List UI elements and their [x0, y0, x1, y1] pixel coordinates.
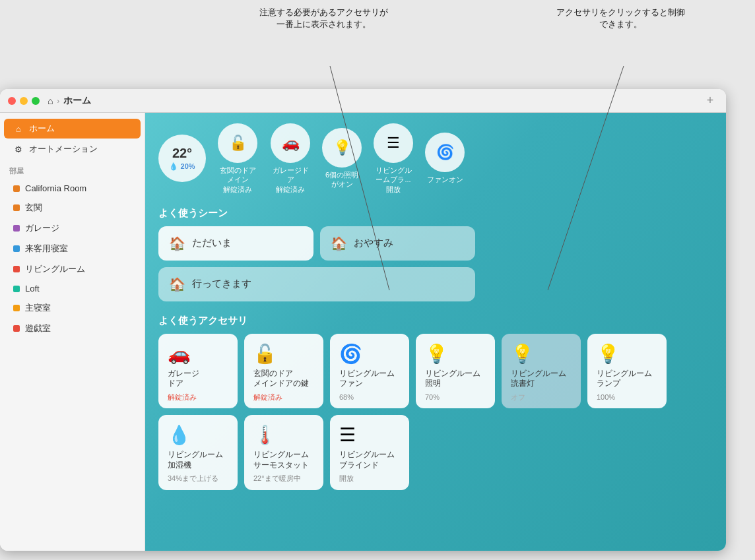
page-title: ホーム	[63, 95, 91, 107]
scene-card[interactable]: 🏠 ただいま	[158, 226, 313, 261]
sidebar-item-room[interactable]: リビングルーム	[4, 259, 141, 279]
close-button[interactable]	[8, 97, 16, 105]
sidebar-item-room[interactable]: 遊戯室	[4, 319, 141, 338]
accessory-card[interactable]: 💡 リビングルーム読書灯 オフ	[502, 334, 581, 408]
sidebar-item-room[interactable]: ガレージ	[4, 218, 141, 238]
status-accessory-item[interactable]: 🌀 ファンオン	[425, 133, 465, 184]
room-name: ガレージ	[25, 222, 59, 234]
room-name: 玄関	[25, 202, 42, 214]
scene-card[interactable]: 🏠 行ってきます	[158, 267, 475, 301]
status-accessory-label: ファンオン	[427, 175, 463, 184]
accessory-icon: 💡	[597, 343, 657, 365]
accessory-card[interactable]: 💧 リビングルーム加湿機 34%まで上げる	[158, 415, 238, 489]
accessory-card[interactable]: 🚗 ガレージドア 解錠済み	[158, 334, 238, 408]
callout-right: アクセサリをクリックすると制御できます。	[554, 7, 686, 30]
accessory-icon: 💡	[511, 343, 572, 365]
sidebar-item-room[interactable]: California Room	[4, 179, 141, 197]
accessory-name: リビングルームサーモスタット	[253, 450, 314, 470]
accessory-name: リビングルーム読書灯	[511, 369, 572, 389]
accessory-status: 100%	[597, 393, 657, 402]
sidebar-automation-label: オートメーション	[29, 143, 98, 155]
accessory-status: 68%	[339, 393, 400, 402]
status-accessory-item[interactable]: 💡 6個の照明がオン	[322, 128, 362, 189]
room-color-indicator	[13, 325, 20, 332]
add-button[interactable]: +	[702, 93, 718, 109]
accessory-name: リビングルーム加湿機	[168, 450, 228, 470]
accessory-status: 解錠済み	[168, 393, 228, 402]
accessory-card[interactable]: 💡 リビングルーム照明 70%	[416, 334, 495, 408]
accessory-icon: 💧	[168, 424, 228, 446]
scenes-section-header: よく使うシーン	[158, 207, 713, 220]
room-name: 主寝室	[25, 302, 51, 314]
sidebar-item-home[interactable]: ⌂ ホーム	[4, 119, 141, 139]
accessory-card[interactable]: 💡 リビングルームランプ 100%	[587, 334, 667, 408]
accessories-grid: 🚗 ガレージドア 解錠済み 🔓 玄関のドアメインドアの鍵 解錠済み 🌀 リビング…	[158, 334, 713, 490]
room-name: Loft	[25, 284, 40, 294]
room-name: California Room	[25, 183, 86, 193]
main-content: 22° 💧 20% 🔓 玄関のドアメイン解錠済み 🚗 ガレージドア解錠済み 💡 …	[145, 113, 726, 551]
sidebar-item-room[interactable]: 玄関	[4, 198, 141, 218]
scene-label: ただいま	[192, 237, 232, 249]
accessory-icon: 🌀	[339, 343, 400, 365]
home-nav-icon: ⌂	[13, 123, 24, 134]
status-accessory-item[interactable]: ☰ リビングルームブラ...開放	[372, 123, 414, 194]
accessory-card[interactable]: ☰ リビングルームブラインド 開放	[330, 415, 409, 489]
minimize-button[interactable]	[20, 97, 28, 105]
accessory-card[interactable]: 🔓 玄関のドアメインドアの鍵 解錠済み	[244, 334, 323, 408]
room-color-indicator	[13, 266, 20, 272]
temperature-display: 22°	[172, 146, 192, 161]
titlebar-content: ⌂ › ホーム	[48, 95, 91, 107]
status-accessories-row: 🔓 玄関のドアメイン解錠済み 🚗 ガレージドア解錠済み 💡 6個の照明がオン ☰…	[216, 123, 465, 194]
automation-icon: ⚙	[13, 144, 24, 154]
scene-icon: 🏠	[331, 235, 347, 251]
status-accessory-label: ガレージドア解錠済み	[269, 166, 312, 194]
scene-icon: 🏠	[169, 235, 185, 251]
accessory-name: リビングルームランプ	[597, 369, 657, 389]
room-color-indicator	[13, 286, 20, 292]
scene-label: 行ってきます	[192, 278, 251, 290]
accessories-section-header: よく使うアクセサリ	[158, 315, 713, 327]
status-accessory-item[interactable]: 🚗 ガレージドア解錠済み	[269, 123, 312, 194]
room-color-indicator	[13, 204, 20, 211]
main-window: ⌂ › ホーム + ⌂ ホーム ⚙ オートメーション 部屋 California…	[0, 89, 726, 551]
accessory-status: 34%まで上げる	[168, 474, 228, 483]
room-name: 遊戯室	[25, 323, 51, 334]
sidebar: ⌂ ホーム ⚙ オートメーション 部屋 California Room 玄関 ガ…	[0, 113, 145, 551]
home-icon: ⌂	[48, 96, 53, 106]
window-body: ⌂ ホーム ⚙ オートメーション 部屋 California Room 玄関 ガ…	[0, 113, 726, 551]
breadcrumb-chevron-icon: ›	[57, 97, 59, 105]
room-color-indicator	[13, 185, 20, 192]
sidebar-item-room[interactable]: Loft	[4, 280, 141, 297]
accessory-card[interactable]: 🌀 リビングルームファン 68%	[330, 334, 409, 408]
accessory-name: ガレージドア	[168, 369, 228, 389]
scene-card[interactable]: 🏠 おやすみ	[320, 226, 475, 261]
accessory-status: 開放	[339, 474, 400, 483]
accessory-icon: 💡	[425, 343, 486, 365]
traffic-lights	[8, 97, 40, 105]
sidebar-item-room[interactable]: 来客用寝室	[4, 239, 141, 259]
accessory-name: 玄関のドアメインドアの鍵	[253, 369, 314, 389]
maximize-button[interactable]	[32, 97, 40, 105]
status-accessory-item[interactable]: 🔓 玄関のドアメイン解錠済み	[216, 123, 259, 194]
status-accessory-icon: 💡	[322, 128, 362, 168]
sidebar-item-room[interactable]: 主寝室	[4, 298, 141, 318]
sidebar-home-label: ホーム	[29, 123, 55, 135]
room-color-indicator	[13, 305, 20, 311]
humidity-display: 💧 20%	[169, 162, 195, 171]
accessory-card[interactable]: 🌡️ リビングルームサーモスタット 22°まで暖房中	[244, 415, 323, 489]
room-color-indicator	[13, 245, 20, 252]
accessory-name: リビングルームブラインド	[339, 450, 400, 470]
status-accessory-label: 6個の照明がオン	[325, 170, 358, 189]
status-bar: 22° 💧 20% 🔓 玄関のドアメイン解錠済み 🚗 ガレージドア解錠済み 💡 …	[158, 123, 713, 194]
room-list: California Room 玄関 ガレージ 来客用寝室 リビングルーム Lo…	[0, 179, 145, 338]
accessory-name: リビングルームファン	[339, 369, 400, 389]
room-color-indicator	[13, 225, 20, 232]
sidebar-item-automation[interactable]: ⚙ オートメーション	[4, 139, 141, 159]
scenes-grid: 🏠 ただいま 🏠 おやすみ 🏠 行ってきます	[158, 226, 475, 301]
accessory-status: 70%	[425, 393, 486, 402]
scene-icon: 🏠	[169, 276, 185, 292]
accessory-icon: 🌡️	[253, 424, 314, 446]
callout-left: 注意する必要があるアクセサリが一番上に表示されます。	[257, 7, 389, 30]
room-name: リビングルーム	[25, 263, 85, 275]
accessory-icon: 🚗	[168, 343, 228, 365]
